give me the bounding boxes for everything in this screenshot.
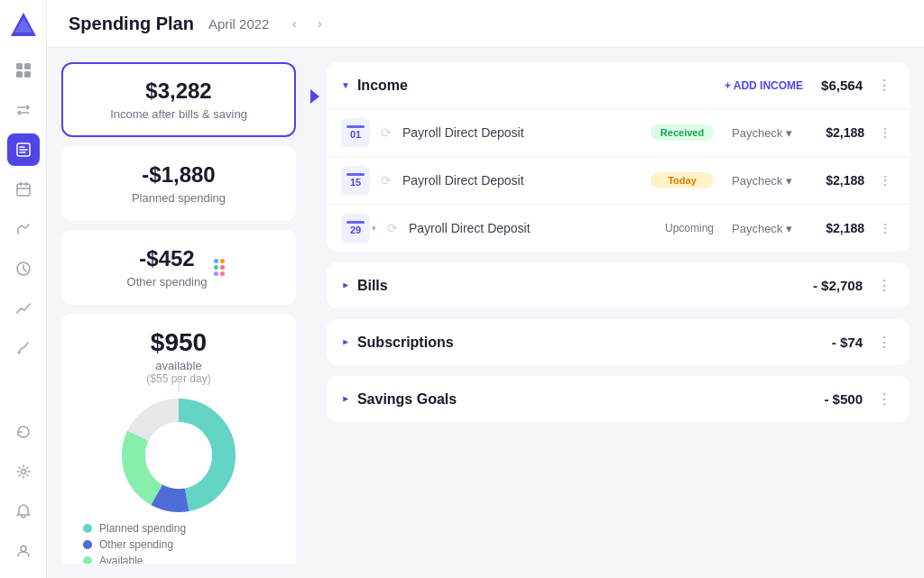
legend-planned-dot <box>83 524 92 533</box>
svg-point-9 <box>17 352 20 354</box>
colorful-dots-icon <box>214 259 230 276</box>
savings-section-total: - $500 <box>824 391 863 407</box>
svg-point-10 <box>21 470 25 474</box>
row-amount: $2,188 <box>810 173 864 188</box>
app-logo <box>9 11 38 40</box>
sidebar-item-refresh[interactable] <box>7 416 40 448</box>
page-title: Spending Plan <box>69 14 194 34</box>
income-after-bills-label: Income after bills & saving <box>78 107 280 121</box>
row-amount: $2,188 <box>810 221 864 235</box>
income-after-bills-card[interactable]: $3,282 Income after bills & saving <box>61 62 296 137</box>
date-badge-29: 29 <box>341 214 370 243</box>
available-label: available <box>76 359 282 372</box>
row-menu-button[interactable]: ⋮ <box>875 219 895 237</box>
sidebar-item-spending-plan[interactable] <box>7 133 40 166</box>
row-menu-button[interactable]: ⋮ <box>875 124 895 142</box>
income-section-header[interactable]: ▼ Income + ADD INCOME $6,564 ⋮ <box>327 62 910 108</box>
savings-section-title: Savings Goals <box>357 391 825 408</box>
repeat-icon: ⟳ <box>387 221 398 235</box>
sidebar-item-notifications[interactable] <box>7 495 40 528</box>
category-button[interactable]: Paycheck ▾ <box>725 123 799 143</box>
income-row: 15 ⟳ Payroll Direct Deposit Today Payche… <box>327 156 910 204</box>
header-date: April 2022 <box>208 16 270 32</box>
income-section-title: Income <box>357 78 717 94</box>
svg-rect-7 <box>17 184 30 196</box>
sidebar-item-calendar[interactable] <box>7 173 40 206</box>
sidebar-item-goals[interactable] <box>7 332 40 364</box>
right-panel: ▼ Income + ADD INCOME $6,564 ⋮ 01 ⟳ Payr <box>327 62 910 564</box>
sidebar-item-reports[interactable] <box>7 213 40 245</box>
left-panel: $3,282 Income after bills & saving -$1,8… <box>61 62 296 564</box>
svg-point-11 <box>21 546 26 552</box>
income-after-bills-amount: $3,282 <box>78 78 280 104</box>
income-name: Payroll Direct Deposit <box>402 173 640 188</box>
bills-toggle-icon: ▼ <box>340 281 350 290</box>
legend-available: Available <box>83 555 274 564</box>
bills-section-title: Bills <box>357 278 813 294</box>
chart-legend: Planned spending Other spending Availabl… <box>76 522 282 564</box>
planned-spending-card[interactable]: -$1,880 Planned spending <box>61 146 296 221</box>
main-content: Spending Plan April 2022 ‹ › $3,282 Inco… <box>47 0 924 578</box>
sidebar-item-settings[interactable] <box>7 455 40 488</box>
income-toggle-icon: ▼ <box>341 80 350 90</box>
next-month-button[interactable]: › <box>309 13 330 34</box>
sidebar-item-dashboard[interactable] <box>7 54 40 87</box>
sidebar-bottom <box>7 416 40 567</box>
other-spending-label: Other spending <box>127 275 208 289</box>
repeat-icon: ⟳ <box>381 125 392 140</box>
donut-chart <box>76 392 282 518</box>
sidebar-item-transactions[interactable] <box>7 94 40 126</box>
add-income-button[interactable]: + ADD INCOME <box>717 76 810 96</box>
subscriptions-section-title: Subscriptions <box>357 335 832 351</box>
donut-connector <box>179 378 180 392</box>
income-row: 01 ⟳ Payroll Direct Deposit Received Pay… <box>327 108 910 156</box>
income-row: 29 ▾ ⟳ Payroll Direct Deposit Upcoming P… <box>327 204 910 252</box>
savings-section-header[interactable]: ▼ Savings Goals - $500 ⋮ <box>327 376 910 422</box>
income-section-total: $6,564 <box>821 78 863 93</box>
category-button[interactable]: Paycheck ▾ <box>725 218 799 239</box>
sidebar-item-analytics[interactable] <box>7 292 40 325</box>
income-section: ▼ Income + ADD INCOME $6,564 ⋮ 01 ⟳ Payr <box>327 62 910 252</box>
sidebar-item-profile[interactable] <box>7 535 40 567</box>
income-rows: 01 ⟳ Payroll Direct Deposit Received Pay… <box>327 108 910 252</box>
bills-section-header[interactable]: ▼ Bills - $2,708 ⋮ <box>327 262 910 308</box>
status-badge-upcoming: Upcoming <box>665 222 714 234</box>
prev-month-button[interactable]: ‹ <box>283 13 305 34</box>
available-section: $950 available ($55 per day) <box>61 314 296 564</box>
svg-rect-4 <box>16 71 23 78</box>
bills-section: ▼ Bills - $2,708 ⋮ <box>327 262 910 308</box>
subscriptions-section-header[interactable]: ▼ Subscriptions - $74 ⋮ <box>327 319 910 365</box>
svg-rect-2 <box>16 63 23 69</box>
other-spending-amount: -$452 <box>127 246 208 271</box>
subscriptions-toggle-icon: ▼ <box>340 338 350 347</box>
planned-spending-label: Planned spending <box>78 191 280 205</box>
subscriptions-section-menu-button[interactable]: ⋮ <box>873 332 895 353</box>
bills-section-total: - $2,708 <box>813 278 863 293</box>
date-navigation: ‹ › <box>283 13 330 34</box>
sidebar <box>0 0 47 578</box>
savings-section-menu-button[interactable]: ⋮ <box>873 389 895 409</box>
legend-planned-spending: Planned spending <box>83 522 274 535</box>
subscriptions-section-total: - $74 <box>832 335 863 350</box>
income-name: Payroll Direct Deposit <box>402 125 640 140</box>
subscriptions-section: ▼ Subscriptions - $74 ⋮ <box>327 319 910 365</box>
legend-other-dot <box>83 540 92 549</box>
panel-indicator-arrow <box>310 89 319 104</box>
other-spending-card[interactable]: -$452 Other spending <box>61 230 296 305</box>
bills-section-menu-button[interactable]: ⋮ <box>873 275 895 296</box>
date-badge-01: 01 <box>341 118 370 147</box>
status-badge-today: Today <box>651 172 714 188</box>
status-badge-received: Received <box>651 124 714 141</box>
income-section-menu-button[interactable]: ⋮ <box>873 75 895 96</box>
svg-point-16 <box>145 422 212 489</box>
income-name: Payroll Direct Deposit <box>409 221 654 235</box>
sidebar-item-trends[interactable] <box>7 252 40 285</box>
savings-toggle-icon: ▼ <box>340 395 350 404</box>
planned-spending-amount: -$1,880 <box>78 162 280 188</box>
row-amount: $2,188 <box>810 125 864 140</box>
row-menu-button[interactable]: ⋮ <box>875 171 895 189</box>
date-dropdown-icon: ▾ <box>372 224 376 233</box>
available-amount: $950 <box>76 328 282 357</box>
category-button[interactable]: Paycheck ▾ <box>725 170 799 191</box>
date-badge-15: 15 <box>341 166 370 195</box>
